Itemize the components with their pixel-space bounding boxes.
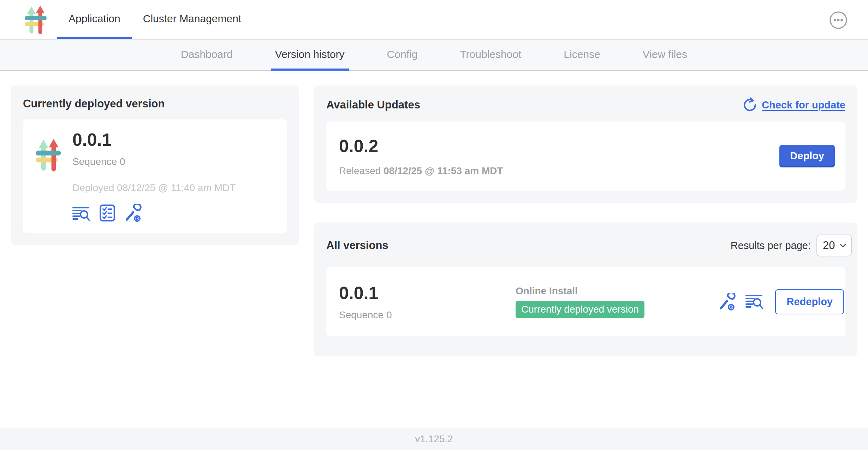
tab-application[interactable]: Application (57, 0, 132, 39)
available-updates-card: Available Updates Check for update 0.0.2… (314, 85, 857, 203)
app-subnav: Dashboard Version history Config Trouble… (0, 40, 868, 71)
deployed-version-actions (72, 204, 236, 222)
row-version-block: 0.0.1 Sequence 0 (339, 283, 516, 321)
version-row: 0.0.1 Sequence 0 Online Install Currentl… (326, 267, 845, 336)
wrench-gear-icon (124, 204, 142, 222)
check-for-update-label: Check for update (762, 99, 845, 111)
diff-lines-magnifier-icon (745, 294, 764, 310)
redeploy-button[interactable]: Redeploy (775, 289, 844, 314)
available-updates-title: Available Updates (326, 99, 420, 111)
update-details: 0.0.2 Released 08/12/25 @ 11:53 am MDT (339, 136, 503, 177)
subnav-dashboard[interactable]: Dashboard (177, 40, 237, 71)
deployed-version-number: 0.0.1 (72, 129, 236, 150)
update-row: 0.0.2 Released 08/12/25 @ 11:53 am MDT D… (326, 122, 845, 191)
currently-deployed-card: Currently deployed version 0.0.1 Sequenc… (11, 85, 299, 245)
top-tabs: Application Cluster Management (57, 0, 252, 39)
row-version-number: 0.0.1 (339, 283, 516, 304)
edit-config-button[interactable] (124, 204, 142, 222)
deployed-version-details: 0.0.1 Sequence 0 Deployed 08/12/25 @ 11:… (72, 129, 236, 222)
subnav-version-history[interactable]: Version history (271, 40, 349, 71)
wrench-gear-icon (718, 293, 736, 310)
available-updates-header: Available Updates Check for update (326, 97, 845, 112)
update-version-number: 0.0.2 (339, 136, 503, 157)
chevron-down-icon (840, 244, 846, 248)
refresh-icon (743, 97, 757, 112)
preflight-checklist-icon (99, 204, 115, 222)
view-diff-button[interactable] (745, 294, 764, 310)
check-for-update-link[interactable]: Check for update (743, 97, 845, 112)
all-versions-header: All versions Results per page: 20 (326, 235, 845, 256)
subnav-troubleshoot[interactable]: Troubleshoot (456, 40, 525, 71)
app-logo-icon (36, 138, 61, 172)
console-footer: v1.125.2 (0, 428, 868, 450)
results-per-page-select[interactable]: 20 (816, 235, 852, 256)
released-timestamp: 08/12/25 @ 11:53 am MDT (384, 165, 503, 176)
version-history-page: Application Cluster Management Dashboard… (0, 0, 868, 450)
subnav-config[interactable]: Config (383, 40, 422, 71)
console-version: v1.125.2 (415, 433, 453, 445)
tab-cluster-management[interactable]: Cluster Management (132, 0, 252, 39)
subnav-license[interactable]: License (559, 40, 604, 71)
app-logo-icon (25, 5, 47, 34)
row-sequence: Sequence 0 (339, 309, 516, 321)
all-versions-card: All versions Results per page: 20 0.0 (314, 223, 857, 356)
left-column: Currently deployed version 0.0.1 Sequenc… (11, 85, 299, 245)
released-prefix: Released (339, 165, 381, 176)
results-per-page-label: Results per page: (731, 240, 811, 251)
diff-lines-magnifier-icon (72, 206, 91, 222)
right-column: Available Updates Check for update 0.0.2… (314, 85, 857, 356)
currently-deployed-badge: Currently deployed version (516, 301, 644, 318)
overflow-menu-button[interactable] (829, 11, 848, 29)
results-per-page: Results per page: 20 (731, 235, 845, 256)
all-versions-title: All versions (326, 239, 388, 252)
results-per-page-value: 20 (823, 239, 835, 252)
deployed-version-card: 0.0.1 Sequence 0 Deployed 08/12/25 @ 11:… (23, 119, 287, 233)
currently-deployed-title: Currently deployed version (23, 97, 287, 110)
subnav-view-files[interactable]: View files (638, 40, 691, 71)
install-type-label: Online Install (516, 285, 718, 297)
ellipsis-icon (829, 11, 848, 29)
preflight-checks-button[interactable] (99, 204, 115, 222)
view-diff-button[interactable] (72, 206, 91, 222)
top-header: Application Cluster Management (0, 0, 868, 40)
deployed-timestamp: Deployed 08/12/25 @ 11:40 am MDT (72, 182, 236, 194)
row-actions: Redeploy (718, 289, 838, 314)
deployed-sequence: Sequence 0 (72, 156, 236, 167)
update-released-line: Released 08/12/25 @ 11:53 am MDT (339, 165, 503, 177)
row-status-block: Online Install Currently deployed versio… (516, 285, 718, 318)
main-content: Currently deployed version 0.0.1 Sequenc… (0, 71, 868, 356)
edit-config-button[interactable] (718, 293, 736, 310)
deploy-button[interactable]: Deploy (779, 145, 835, 167)
